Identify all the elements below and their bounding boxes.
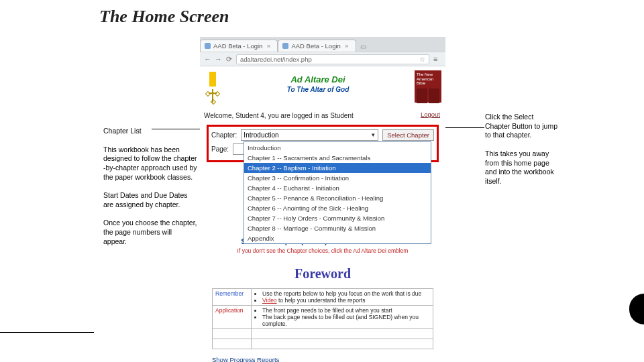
foreword-row-label: Application: [213, 306, 252, 329]
table-row: [213, 329, 433, 339]
reload-icon[interactable]: ⟳: [225, 55, 232, 64]
page-content: Ad Altare Dei To The Altar of God The Ne…: [200, 66, 445, 362]
table-row: Remember Use the reports below to help y…: [213, 289, 433, 306]
site-subtitle: To The Altar of God: [287, 86, 350, 93]
right-annotations: Click the Select Chapter Button to jump …: [485, 113, 559, 195]
list-item: The front page needs to be filled out wh…: [262, 307, 430, 314]
list-item-text: to help you understand the reports: [278, 297, 365, 304]
chapter-selected-text: Introduction: [244, 131, 278, 139]
address-bar[interactable]: adaltaredei.net/index.php ☆: [236, 54, 429, 64]
favicon-icon: [282, 43, 288, 49]
chapter-select[interactable]: Introduction ▼: [241, 129, 378, 141]
list-item: Video to help you understand the reports: [262, 297, 430, 304]
dropdown-option[interactable]: Chapter 1 -- Sacraments and Sacramentals: [244, 153, 431, 163]
chapter-label: Chapter:: [211, 131, 237, 139]
logout-link[interactable]: Logout: [421, 111, 440, 118]
bible-image: The New American Bible: [415, 70, 441, 103]
empty-cell: [252, 339, 433, 349]
foreword-row-content: The front page needs to be filled out wh…: [252, 306, 433, 329]
welcome-text: Welcome, Student 4, you are logged in as…: [204, 112, 354, 119]
dropdown-option[interactable]: Introduction: [244, 142, 431, 153]
close-icon[interactable]: ×: [343, 42, 350, 50]
instruction-sub: If you don't see the Chapter choices, cl…: [200, 247, 445, 254]
bible-label: The New American Bible: [417, 72, 439, 86]
tab-strip: AAD Beta - Login × AAD Beta - Login × ▭: [200, 37, 445, 52]
back-icon[interactable]: ←: [204, 55, 211, 63]
dropdown-option[interactable]: Chapter 3 -- Confirmation - Initiation: [244, 173, 431, 183]
dropdown-option[interactable]: Chapter 2 -- Baptism - Initiation: [244, 163, 431, 173]
close-icon[interactable]: ×: [265, 42, 272, 50]
new-tab-button[interactable]: ▭: [356, 42, 364, 52]
dropdown-option[interactable]: Appendix: [244, 233, 431, 243]
chapter-selector-highlight: Chapter: Introduction ▼ Select Chapter P…: [207, 125, 439, 162]
chevron-down-icon: ▼: [370, 132, 376, 138]
dropdown-option[interactable]: Chapter 7 -- Holy Orders - Community & M…: [244, 213, 431, 223]
dropdown-option[interactable]: Chapter 4 -- Eucharist - Initiation: [244, 183, 431, 193]
show-reports-link[interactable]: Show Progress Reports: [212, 356, 279, 362]
callout-line-right: [445, 127, 484, 128]
left-note-p3: Once you choose the chapter, the page nu…: [103, 219, 197, 246]
video-link[interactable]: Video: [262, 297, 277, 304]
menu-icon[interactable]: ≡: [433, 57, 441, 62]
empty-cell: [213, 339, 252, 349]
forward-icon[interactable]: →: [215, 55, 221, 63]
foreword-heading: Foreword: [200, 266, 445, 282]
page-label: Page:: [211, 145, 229, 153]
right-note-p1: Click the Select Chapter Button to jump …: [485, 113, 559, 140]
url-text: adaltaredei.net/index.php: [240, 56, 312, 63]
bookmark-icon[interactable]: ☆: [419, 56, 425, 63]
browser-toolbar: ← → ⟳ adaltaredei.net/index.php ☆ ≡: [200, 52, 445, 66]
favicon-icon: [205, 43, 211, 49]
browser-tab[interactable]: AAD Beta - Login ×: [200, 40, 278, 52]
browser-window: AAD Beta - Login × AAD Beta - Login × ▭ …: [200, 37, 445, 359]
empty-cell: [252, 329, 433, 339]
foreword-row-label: Remember: [213, 289, 252, 306]
left-note-p1: This workbook has been designed to follo…: [103, 145, 197, 182]
foreword-table: Remember Use the reports below to help y…: [212, 288, 433, 349]
list-item: The back page needs to be filled out (an…: [262, 314, 430, 327]
dropdown-option[interactable]: Chapter 5 -- Penance & Reconciliation - …: [244, 193, 431, 203]
foreword-row-content: Use the reports below to help you focus …: [252, 289, 433, 306]
left-annotations: Chapter List This workbook has been desi…: [103, 127, 197, 255]
decorative-shape: [629, 294, 644, 324]
browser-tab[interactable]: AAD Beta - Login ×: [278, 40, 356, 52]
dropdown-option[interactable]: Chapter 6 -- Anointing of the Sick - Hea…: [244, 203, 431, 213]
tab-label: AAD Beta - Login: [291, 42, 340, 50]
right-note-p2: This takes you away from this home page …: [485, 149, 559, 186]
table-row: [213, 339, 433, 349]
emblem-icon[interactable]: [204, 72, 221, 105]
tab-label: AAD Beta - Login: [213, 42, 262, 50]
decorative-rule: [0, 332, 94, 333]
slide-title: The Home Screen: [99, 7, 229, 27]
site-title: Ad Altare Dei: [287, 74, 350, 84]
left-note-p2: Start Dates and Due Dates are assigned b…: [103, 191, 197, 209]
select-chapter-button[interactable]: Select Chapter: [382, 129, 434, 141]
site-title-block: Ad Altare Dei To The Altar of God: [287, 74, 350, 93]
chapter-dropdown[interactable]: IntroductionChapter 1 -- Sacraments and …: [244, 141, 431, 244]
empty-cell: [213, 329, 252, 339]
dropdown-option[interactable]: Chapter 8 -- Marriage - Community & Miss…: [244, 223, 431, 233]
list-item: Use the reports below to help you focus …: [262, 290, 430, 297]
table-row: Application The front page needs to be f…: [213, 306, 433, 329]
